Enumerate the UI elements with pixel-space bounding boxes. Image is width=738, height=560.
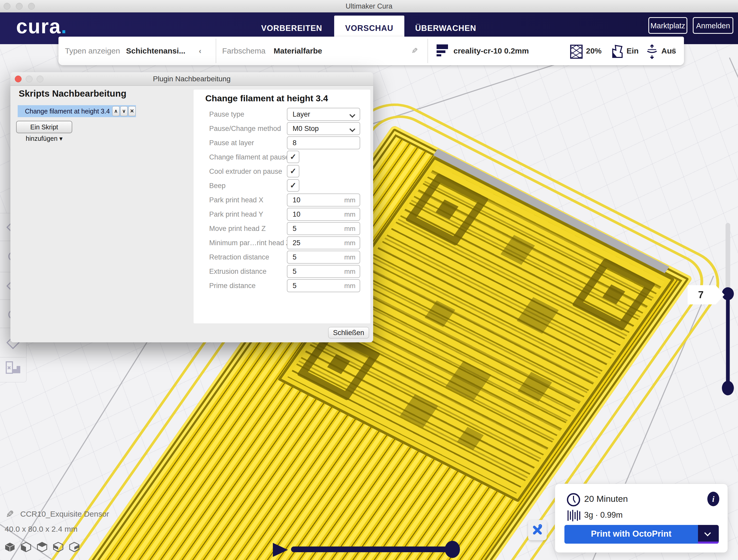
field-unit: mm <box>344 280 355 292</box>
field-row: Cool extruder on pause✓ <box>194 165 370 178</box>
support-icon <box>612 44 624 58</box>
layer-slider-lower-handle[interactable] <box>722 381 734 395</box>
print-time-estimate: 20 Minuten <box>584 494 628 504</box>
view-type-label: Typen anzeigen <box>65 37 120 65</box>
field-row: Minimum par…rint head Z25mm <box>194 236 370 249</box>
move-script-up-button[interactable]: ∧ <box>112 106 119 116</box>
window-titlebar: Ultimaker Cura <box>0 0 738 12</box>
print-button[interactable]: Print with OctoPrint <box>565 525 719 544</box>
field-input[interactable]: 5mm <box>287 279 360 292</box>
field-label: Extrusion distance <box>209 265 267 278</box>
close-dialog-button[interactable]: Schließen <box>328 327 369 339</box>
support-blocker-tool-icon[interactable] <box>5 360 21 376</box>
filament-icon <box>567 509 581 522</box>
field-label: Park print head Y <box>209 208 263 221</box>
view-right-icon[interactable] <box>69 542 79 552</box>
field-unit: mm <box>344 237 355 249</box>
view-top-icon[interactable] <box>37 542 47 552</box>
color-scheme-label: Farbschema <box>222 37 266 65</box>
octoprint-settings-button[interactable] <box>528 520 547 540</box>
field-row: Pause at layer8 <box>194 136 370 149</box>
preview-toolbar: Typen anzeigen Schichtenansi... ‹ Farbsc… <box>58 37 684 65</box>
printer-profile[interactable]: creality-cr-10 0.2mm <box>453 37 529 65</box>
field-input[interactable]: 10mm <box>287 193 360 206</box>
chevron-down-icon <box>350 112 355 118</box>
field-label: Retraction distance <box>209 251 269 263</box>
view-front-icon[interactable] <box>21 542 31 552</box>
field-checkbox[interactable]: ✓ <box>287 165 299 177</box>
signin-button[interactable]: Anmelden <box>693 17 733 34</box>
marketplace-button[interactable]: Marktplatz <box>648 17 687 34</box>
window-title: Ultimaker Cura <box>0 0 738 12</box>
info-icon[interactable]: i <box>707 492 719 506</box>
field-input[interactable]: 5mm <box>287 251 360 263</box>
field-select[interactable]: M0 Stop <box>287 122 360 135</box>
layer-slider-upper-handle[interactable] <box>722 287 734 300</box>
logo-dot: . <box>61 15 67 38</box>
field-label: Prime distance <box>209 279 256 292</box>
field-unit: mm <box>344 265 355 277</box>
infill-value[interactable]: 20% <box>586 37 602 65</box>
grid-major-line <box>729 57 738 134</box>
adhesion-icon <box>646 44 658 59</box>
dialog-titlebar: Plugin Nachbearbeitung <box>10 72 373 86</box>
view-3d-icon[interactable] <box>5 542 15 552</box>
chevron-down-icon <box>350 126 355 132</box>
field-input[interactable]: 8 <box>287 136 360 149</box>
collapse-chevron-icon[interactable]: ‹ <box>199 37 202 65</box>
field-input[interactable]: 5mm <box>287 265 360 278</box>
add-script-button[interactable]: Ein Skript hinzufügen ▾ <box>16 121 72 133</box>
print-options-segment[interactable] <box>698 525 719 544</box>
field-label: Pause type <box>209 108 244 121</box>
field-checkbox[interactable]: ✓ <box>287 179 299 192</box>
layer-profile-icon <box>437 44 448 58</box>
field-checkbox[interactable]: ✓ <box>287 151 299 163</box>
field-label: Cool extruder on pause <box>209 165 282 178</box>
field-unit: mm <box>344 251 355 263</box>
qr-finder-square <box>572 258 656 331</box>
field-input[interactable]: 25mm <box>287 236 360 249</box>
model-dimensions: 40.0 x 80.0 x 2.4 mm <box>5 525 77 534</box>
script-settings-heading: Change filament at height 3.4 <box>205 93 328 103</box>
remove-script-button[interactable]: ✕ <box>128 106 136 116</box>
support-value[interactable]: Ein <box>627 37 639 65</box>
field-unit: mm <box>344 208 355 220</box>
dialog-zoom-icon[interactable] <box>37 76 43 82</box>
move-script-down-button[interactable]: ∨ <box>120 106 127 116</box>
sidebar-tool-button[interactable] <box>0 357 26 358</box>
print-button-label[interactable]: Print with OctoPrint <box>565 525 698 544</box>
script-settings-panel: Change filament at height 3.4 Pause type… <box>194 90 370 324</box>
dialog-close-icon[interactable] <box>15 76 22 82</box>
dialog-fields: Pause typeLayerPause/Change methodM0 Sto… <box>194 108 370 294</box>
field-row: Beep✓ <box>194 179 370 192</box>
field-row: Change filament at pause✓ <box>194 151 370 164</box>
view-type-value[interactable]: Schichtenansi... <box>126 37 185 65</box>
field-unit: mm <box>344 222 355 234</box>
play-button[interactable] <box>273 543 288 557</box>
field-label: Change filament at pause <box>209 151 289 164</box>
dialog-minimize-icon[interactable] <box>26 76 32 82</box>
pencil-icon[interactable]: ✎ <box>411 37 418 65</box>
cura-logo: cura. <box>16 15 67 38</box>
field-row: Extrusion distance5mm <box>194 265 370 278</box>
view-left-icon[interactable] <box>53 542 63 552</box>
field-input[interactable]: 10mm <box>287 208 360 221</box>
color-scheme-value[interactable]: Materialfarbe <box>274 37 322 65</box>
rename-model-icon[interactable]: ✎ <box>6 509 14 520</box>
field-row: Retraction distance5mm <box>194 251 370 263</box>
field-label: Pause/Change method <box>209 122 281 135</box>
infill-icon <box>570 44 583 59</box>
model-name: CCR10_Exquisite Densor <box>20 510 109 518</box>
timeline-handle[interactable] <box>445 541 460 558</box>
field-row: Park print head Y10mm <box>194 208 370 221</box>
layer-slider-range <box>726 294 730 388</box>
pencil-icon[interactable]: ✎ <box>670 37 676 65</box>
post-processing-dialog: Plugin Nachbearbeitung Skripts Nachbearb… <box>10 72 373 342</box>
caret-down-icon: ▾ <box>59 135 63 142</box>
timeline-slider[interactable] <box>291 547 452 552</box>
field-select[interactable]: Layer <box>287 108 360 121</box>
field-input[interactable]: 5mm <box>287 222 360 235</box>
clock-icon <box>567 493 581 507</box>
field-label: Minimum par…rint head Z <box>209 236 290 249</box>
qr-finder-square <box>405 173 489 246</box>
